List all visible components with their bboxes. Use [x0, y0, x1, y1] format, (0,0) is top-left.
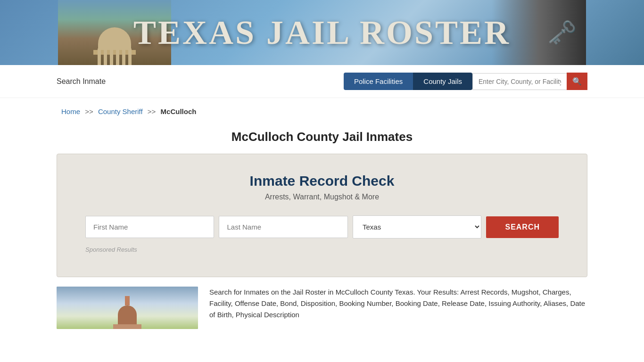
banner-title: Texas Jail Roster	[133, 13, 511, 52]
search-inmate-label: Search Inmate	[57, 77, 106, 86]
nav-search-button[interactable]: 🔍	[567, 73, 587, 90]
breadcrumb-sep2: >>	[148, 107, 156, 115]
first-name-input[interactable]	[85, 216, 214, 238]
last-name-input[interactable]	[219, 216, 347, 238]
state-select[interactable]: AlabamaAlaskaArizonaArkansasCaliforniaCo…	[353, 215, 481, 239]
record-check-form: AlabamaAlaskaArizonaArkansasCaliforniaCo…	[85, 215, 559, 239]
bottom-description: Search for Inmates on the Jail Roster in…	[209, 287, 587, 321]
page-title-section: McCulloch County Jail Inmates	[0, 125, 644, 154]
search-icon: 🔍	[572, 77, 582, 86]
record-check-subtitle: Arrests, Warrant, Mugshot & More	[85, 193, 559, 201]
breadcrumb-sep1: >>	[85, 107, 93, 115]
navbar: Search Inmate Police Facilities County J…	[0, 65, 644, 98]
record-check-box: Inmate Record Check Arrests, Warrant, Mu…	[57, 154, 587, 277]
breadcrumb-county-sheriff[interactable]: County Sheriff	[98, 107, 143, 115]
page-title: McCulloch County Jail Inmates	[0, 130, 644, 144]
nav-right: Police Facilities County Jails 🔍	[344, 73, 587, 90]
bottom-section: Search for Inmates on the Jail Roster in…	[57, 287, 587, 329]
record-check-title: Inmate Record Check	[85, 173, 559, 189]
nav-search-input[interactable]	[472, 73, 567, 90]
header-banner: Texas Jail Roster 🗝️	[0, 0, 644, 65]
police-facilities-button[interactable]: Police Facilities	[344, 73, 413, 90]
breadcrumb: Home >> County Sheriff >> McCulloch	[0, 98, 644, 125]
record-search-button[interactable]: SEARCH	[486, 216, 559, 238]
county-jails-button[interactable]: County Jails	[413, 73, 472, 90]
sponsored-results-label: Sponsored Results	[85, 246, 559, 253]
bottom-building-image	[57, 287, 198, 329]
breadcrumb-home[interactable]: Home	[61, 107, 80, 115]
breadcrumb-current: McCulloch	[161, 107, 197, 115]
nav-search-box: 🔍	[472, 73, 587, 90]
